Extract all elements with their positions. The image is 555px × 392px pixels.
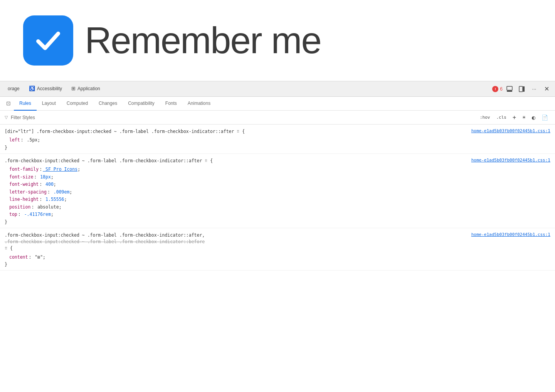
css-decl-content: content: "⊞"; [9,254,550,261]
subtab-rules-label: Rules [19,101,31,106]
css-rule-2-close: } [0,219,555,225]
css-rule-2-selector: .form-checkbox-input:checked ~ .form-lab… [5,158,468,164]
css-rule-1-selector: [dir="ltr"] .form-checkbox-input:checked… [5,128,468,135]
css-rule-3-body: content: "⊞"; [0,253,555,262]
devtools-subtabs: ⊡ Rules Layout Computed Changes Compatib… [0,97,555,111]
accessibility-icon: ♿ [29,86,35,91]
dock-bottom-button[interactable] [504,84,515,94]
app-icon [23,15,73,66]
subtab-layout-label: Layout [42,101,56,106]
css-rule-1-header: [dir="ltr"] .form-checkbox-input:checked… [0,128,555,136]
css-rule-2-source[interactable]: home-e1ad5b03fb00f02445b1.css:1 [471,158,550,163]
subtab-layout[interactable]: Layout [37,97,61,111]
tab-application[interactable]: ⊞ Application [67,81,105,97]
css-decl-left: left: .5px; [9,136,550,144]
close-icon: ✕ [544,85,549,93]
filter-actions: :hov .cls + ☀ ◐ 📄 [478,113,550,122]
light-mode-button[interactable]: ☀ [520,113,528,122]
svg-rect-1 [507,91,512,92]
add-rule-button[interactable]: + [510,113,518,122]
subtab-compatibility[interactable]: Compatibility [123,97,160,111]
css-decl-position: position: absolute; [9,204,550,211]
filter-bar: ▽ Filter Styles :hov .cls + ☀ ◐ 📄 [0,111,555,124]
css-rule-3-header: .form-checkbox-input:checked ~ .form-lab… [0,231,555,253]
css-rule-3-selector-line1: .form-checkbox-input:checked ~ .form-lab… [5,232,468,239]
cls-button[interactable]: .cls [494,114,509,121]
css-decl-letter-spacing: letter-spacing: .009em; [9,188,550,196]
css-rule-3-selector-line2: .form-checkbox-input:checked ~ .form-lab… [5,239,468,245]
tab-accessibility-label: Accessibility [37,86,62,91]
error-dot: ! [492,86,498,92]
css-rule-1-close: } [0,145,555,150]
subtab-changes-label: Changes [99,101,117,106]
error-badge: ! 6 [492,86,503,92]
svg-rect-3 [523,86,525,92]
subtab-compatibility-label: Compatibility [128,101,155,106]
subtab-changes[interactable]: Changes [93,97,123,111]
subtab-fonts[interactable]: Fonts [160,97,182,111]
app-header: Remember me [0,0,555,81]
devtools-actions: ! 6 ··· ✕ [492,84,552,94]
filter-styles-label[interactable]: Filter Styles [11,115,474,120]
tab-application-label: Application [77,86,100,91]
hov-button[interactable]: :hov [478,114,493,121]
subtab-fonts-label: Fonts [165,101,177,106]
devtools-top-tabs: orage ♿ Accessibility ⊞ Application ! 6 … [0,81,555,97]
sidebar-toggle-icon: ⊡ [6,100,11,106]
copy-styles-button[interactable]: 📄 [539,114,550,121]
filter-icon: ▽ [5,115,8,120]
dark-mode-button[interactable]: ◐ [530,113,538,122]
css-decl-font-weight: font-weight: 400; [9,181,550,188]
moon-icon: ◐ [532,114,535,121]
dock-side-button[interactable] [516,84,527,94]
css-decl-font-size: font-size: 18px; [9,173,550,181]
css-rule-2-header: .form-checkbox-input:checked ~ .form-lab… [0,157,555,165]
css-decl-top: top: -.41176rem; [9,211,550,219]
svg-rect-2 [519,86,523,92]
css-rule-1: [dir="ltr"] .form-checkbox-input:checked… [0,124,555,154]
tab-storage-label: orage [8,86,20,91]
app-title: Remember me [85,19,321,62]
close-devtools-button[interactable]: ✕ [541,84,552,94]
css-rules-area: [dir="ltr"] .form-checkbox-input:checked… [0,124,555,271]
subtab-computed-label: Computed [67,101,88,106]
application-icon: ⊞ [71,86,76,91]
more-options-button[interactable]: ··· [529,84,540,94]
subtab-animations[interactable]: Animations [182,97,216,111]
subtab-sidebar-toggle[interactable]: ⊡ [3,97,14,111]
subtab-computed[interactable]: Computed [61,97,93,111]
css-rule-1-source[interactable]: home-e1ad5b03fb00f02445b1.css:1 [471,128,550,133]
copy-icon: 📄 [542,114,548,121]
css-rule-3-brace: ⠿ { [5,245,468,252]
css-rule-3-selector: .form-checkbox-input:checked ~ .form-lab… [5,232,468,252]
css-rule-3-close: } [0,262,555,267]
css-rule-3-source[interactable]: home-e1ad5b03fb00f02445b1.css:1 [471,232,550,237]
subtab-animations-label: Animations [188,101,210,106]
error-count: 6 [500,86,503,92]
tab-storage[interactable]: orage [3,81,24,97]
subtab-rules[interactable]: Rules [14,97,37,111]
css-rule-2-body: font-family: SF Pro Icons; font-size: 18… [0,165,555,219]
ellipsis-icon: ··· [532,86,536,92]
tab-accessibility[interactable]: ♿ Accessibility [24,81,67,97]
css-decl-font-family: font-family: SF Pro Icons; [9,166,550,173]
css-rule-3: .form-checkbox-input:checked ~ .form-lab… [0,228,555,271]
svg-rect-0 [507,86,512,90]
devtools-panel: orage ♿ Accessibility ⊞ Application ! 6 … [0,81,555,271]
sun-icon: ☀ [522,114,526,121]
css-rule-2: .form-checkbox-input:checked ~ .form-lab… [0,154,555,228]
css-decl-line-height: line-height: 1.55556; [9,196,550,204]
css-rule-1-body: left: .5px; [0,136,555,145]
